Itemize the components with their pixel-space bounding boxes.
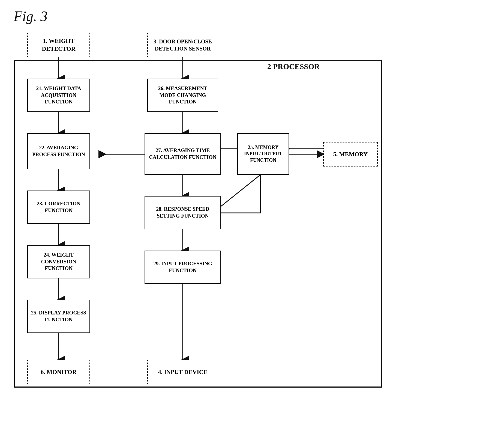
weight-detector-block: 1. WEIGHT DETECTOR — [27, 33, 90, 57]
weight-data-block: 21. WEIGHT DATA ACQUISITION FUNCTION — [27, 79, 90, 112]
correction-block: 23. CORRECTION FUNCTION — [27, 191, 90, 224]
processor-label: 2 PROCESSOR — [267, 62, 320, 71]
measurement-mode-block: 26. MEASUREMENT MODE CHANGING FUNCTION — [147, 79, 218, 112]
monitor-block: 6. MONITOR — [27, 360, 90, 384]
page-title: Fig. 3 — [14, 8, 47, 24]
weight-conversion-block: 24. WEIGHT CONVERSION FUNCTION — [27, 245, 90, 278]
input-device-block: 4. INPUT DEVICE — [147, 360, 218, 384]
input-processing-block: 29. INPUT PROCESSING FUNCTION — [145, 251, 221, 284]
door-sensor-block: 3. DOOR OPEN/CLOSE DETECTION SENSOR — [147, 33, 218, 57]
response-speed-block: 28. RESPONSE SPEED SETTING FUNCTION — [145, 196, 221, 229]
averaging-process-block: 22. AVERAGING PROCESS FUNCTION — [27, 133, 90, 169]
memory-block: 5. MEMORY — [323, 142, 378, 167]
averaging-time-block: 27. AVERAGING TIME CALCULATION FUNCTION — [145, 133, 221, 175]
memory-io-block: 2a. MEMORY INPUT/ OUTPUT FUNCTION — [237, 133, 289, 175]
display-process-block: 25. DISPLAY PROCESS FUNCTION — [27, 300, 90, 333]
